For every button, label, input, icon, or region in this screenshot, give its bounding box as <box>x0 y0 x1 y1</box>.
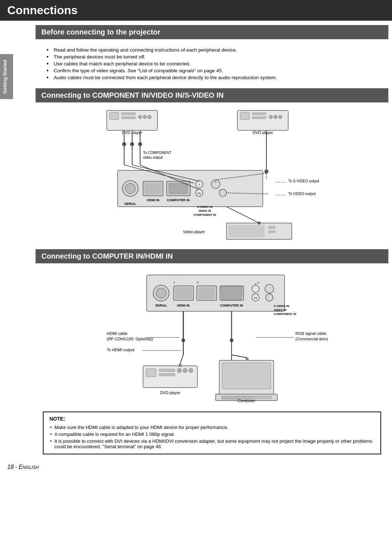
note-item-3: It is possible to connect with DVI devic… <box>49 438 375 450</box>
svg-point-14 <box>278 115 282 119</box>
svg-rect-107 <box>159 369 175 372</box>
svg-text:VIDEO IN: VIDEO IN <box>198 209 211 212</box>
svg-point-21 <box>138 142 142 146</box>
svg-rect-9 <box>240 112 249 119</box>
svg-point-92 <box>181 339 185 342</box>
svg-text:Y: Y <box>255 283 257 285</box>
svg-text:To S-VIDEO output: To S-VIDEO output <box>288 179 319 183</box>
svg-rect-11 <box>252 116 266 119</box>
svg-rect-106 <box>146 369 156 377</box>
svg-text:HDMI cable: HDMI cable <box>107 331 127 336</box>
svg-rect-2 <box>121 112 136 115</box>
svg-text:COMPONENT IN: COMPONENT IN <box>193 213 216 216</box>
svg-text:S: S <box>257 281 259 284</box>
svg-point-47 <box>219 189 226 197</box>
svg-rect-76 <box>198 287 215 299</box>
svg-point-20 <box>130 142 134 146</box>
svg-point-86 <box>265 284 274 293</box>
svg-line-114 <box>180 355 183 364</box>
note-list: Make sure the HDMI cable is adapted to y… <box>49 424 375 450</box>
computer-diagram: SERIAL 1 HDMI IN 2 COMPUTER IN <box>43 268 381 406</box>
svg-rect-112 <box>179 364 181 367</box>
svg-rect-35 <box>144 183 162 194</box>
svg-point-111 <box>189 368 193 373</box>
svg-point-110 <box>183 368 187 373</box>
bullet-1: Read and follow the operating and connec… <box>46 46 381 53</box>
svg-text:SERIAL: SERIAL <box>155 304 167 307</box>
svg-text:Y: Y <box>199 183 200 186</box>
svg-rect-72 <box>175 287 192 299</box>
svg-text:(Commercial item): (Commercial item) <box>295 337 328 341</box>
svg-rect-1 <box>110 112 119 119</box>
page-footer: 18 - ENGLISH <box>0 460 392 474</box>
svg-text:To HDMI output: To HDMI output <box>107 348 134 352</box>
svg-text:HDMI IN: HDMI IN <box>147 198 160 202</box>
svg-text:DVD player: DVD player <box>253 130 273 135</box>
bullet-3: Use cables that match each peripheral de… <box>46 60 381 67</box>
svg-rect-121 <box>235 396 240 397</box>
note-title: NOTE: <box>49 416 375 422</box>
laptop: Computer <box>216 358 277 403</box>
computer-diagram-svg: SERIAL 1 HDMI IN 2 COMPUTER IN <box>70 268 354 406</box>
svg-line-65 <box>226 207 259 223</box>
bullet-2: The peripheral devices must be turned of… <box>46 53 381 60</box>
svg-point-66 <box>258 222 261 224</box>
note-box: NOTE: Make sure the HDMI cable is adapte… <box>43 412 381 454</box>
svg-text:Pb: Pb <box>254 297 257 299</box>
svg-text:VIDEO IN: VIDEO IN <box>274 308 286 312</box>
svg-rect-126 <box>246 358 249 361</box>
svg-rect-122 <box>242 396 247 397</box>
svg-text:COMPUTER IN: COMPUTER IN <box>167 198 190 202</box>
section3-header: Connecting to COMPUTER IN/HDMI IN <box>36 249 388 263</box>
svg-point-6 <box>148 115 151 119</box>
bullet-4: Confirm the type of video signals. See "… <box>46 67 381 74</box>
footer-label: - ENGLISH <box>15 464 39 470</box>
svg-point-4 <box>138 115 142 119</box>
main-title: Connections <box>0 0 392 21</box>
svg-rect-62 <box>268 226 275 229</box>
svg-text:COMPONENT IN: COMPONENT IN <box>274 312 296 316</box>
note-item-2: A compatible cable is required for an HD… <box>49 431 375 438</box>
component-diagram: DVD player DVD player <box>43 107 381 245</box>
svg-marker-79 <box>221 287 242 300</box>
svg-text:S: S <box>215 181 217 183</box>
svg-rect-63 <box>268 230 275 233</box>
svg-text:RGB signal cable: RGB signal cable <box>295 331 326 336</box>
svg-rect-3 <box>121 116 136 119</box>
svg-text:Computer: Computer <box>238 398 256 403</box>
svg-point-100 <box>230 339 233 342</box>
dvd-player-bottom: DVD player <box>143 364 197 395</box>
svg-point-81 <box>252 285 259 292</box>
svg-point-109 <box>177 368 181 373</box>
svg-text:DVD player: DVD player <box>160 390 181 395</box>
side-tab: Getting Started <box>0 54 13 99</box>
svg-point-32 <box>125 183 135 194</box>
svg-rect-123 <box>248 396 253 397</box>
section2-header: Connecting to COMPONENT IN/VIDEO IN/S-VI… <box>36 88 388 102</box>
dvd-player-right: DVD player <box>237 110 288 135</box>
component-diagram-svg: DVD player DVD player <box>70 107 354 245</box>
svg-text:To COMPONENT: To COMPONENT <box>143 151 171 155</box>
before-connecting-list: Read and follow the operating and connec… <box>46 44 381 84</box>
svg-point-5 <box>143 115 147 119</box>
svg-rect-108 <box>159 373 175 376</box>
svg-point-19 <box>122 142 126 146</box>
svg-line-128 <box>232 355 247 358</box>
svg-text:S-VIDEO IN: S-VIDEO IN <box>197 205 212 208</box>
svg-text:HDMI IN: HDMI IN <box>177 304 190 307</box>
section1-header: Before connecting to the projector <box>36 25 388 39</box>
svg-text:video output: video output <box>143 155 163 159</box>
note-item-1: Make sure the HDMI cable is adapted to y… <box>49 424 375 431</box>
svg-point-28 <box>265 170 268 173</box>
projector-back-2: SERIAL 1 HDMI IN 2 COMPUTER IN <box>147 275 296 316</box>
svg-rect-116 <box>222 363 271 389</box>
svg-rect-61 <box>228 225 265 238</box>
svg-text:Pb: Pb <box>198 192 201 195</box>
svg-text:Video player: Video player <box>183 230 205 234</box>
svg-text:SERIAL: SERIAL <box>124 202 136 206</box>
svg-rect-119 <box>222 396 227 397</box>
page-number: 18 <box>7 464 14 470</box>
svg-point-13 <box>274 115 277 119</box>
svg-point-69 <box>156 288 166 298</box>
svg-text:S-VIDEO IN: S-VIDEO IN <box>274 304 289 308</box>
